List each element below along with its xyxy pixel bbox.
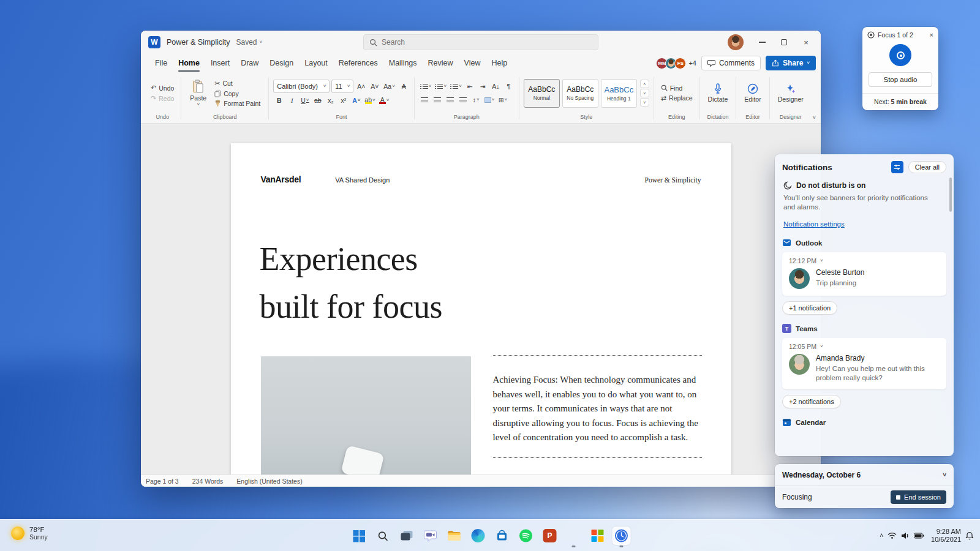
- style-gallery-up-button[interactable]: ˄: [640, 80, 649, 88]
- superscript-button[interactable]: x²: [337, 94, 349, 107]
- collaborator-badge[interactable]: FS: [674, 58, 686, 69]
- italic-button[interactable]: I: [286, 94, 298, 107]
- language-indicator[interactable]: English (United States): [236, 478, 302, 485]
- tab-references[interactable]: References: [333, 54, 383, 72]
- paste-button[interactable]: Paste ˅: [186, 78, 211, 108]
- increase-indent-button[interactable]: ⇥: [477, 80, 489, 92]
- close-icon[interactable]: ×: [930, 31, 933, 39]
- tab-home[interactable]: Home: [173, 54, 205, 72]
- decrease-indent-button[interactable]: ⇤: [464, 80, 476, 92]
- scrollbar-thumb[interactable]: [949, 178, 952, 212]
- powerpoint-button[interactable]: P: [541, 527, 559, 545]
- format-painter-button[interactable]: Format Paint: [212, 99, 263, 108]
- collapse-button[interactable]: ˅: [943, 471, 946, 478]
- designer-button[interactable]: Designer: [774, 82, 807, 104]
- change-case-button[interactable]: Aa˅: [382, 80, 396, 92]
- style-gallery-more-button[interactable]: ˅: [640, 98, 649, 107]
- audio-playing-button[interactable]: [889, 44, 911, 66]
- document-page[interactable]: VanArsdel VA Shared Design Power & Simpl…: [231, 143, 731, 474]
- strikethrough-button[interactable]: ab: [312, 94, 323, 107]
- tray-overflow-button[interactable]: ˄: [880, 533, 883, 539]
- page-indicator[interactable]: Page 1 of 3: [146, 478, 179, 485]
- more-notifications-button[interactable]: +2 notifications: [782, 395, 841, 408]
- search-box[interactable]: [363, 34, 598, 50]
- chat-button[interactable]: [421, 527, 440, 545]
- weather-widget[interactable]: 78°F Sunny: [6, 523, 53, 543]
- close-button[interactable]: ×: [795, 32, 817, 52]
- document-image[interactable]: [261, 356, 471, 474]
- tab-layout[interactable]: Layout: [299, 54, 333, 72]
- bullet-list-button[interactable]: ˅: [419, 80, 433, 92]
- collapse-ribbon-button[interactable]: ˅: [813, 114, 816, 121]
- highlight-button[interactable]: ab˅: [363, 94, 376, 107]
- copy-button[interactable]: Copy: [212, 89, 241, 98]
- underline-button[interactable]: U˅: [299, 94, 311, 107]
- notification-card[interactable]: 12:12 PM ˅ Celeste Burton Trip planning: [782, 252, 946, 296]
- file-explorer-button[interactable]: [445, 527, 464, 545]
- style-gallery-down-button[interactable]: ˅: [640, 89, 649, 97]
- sort-button[interactable]: A↓: [490, 80, 502, 92]
- office-button[interactable]: [589, 527, 607, 545]
- notification-settings-link[interactable]: Notification settings: [783, 220, 845, 228]
- tab-design[interactable]: Design: [264, 54, 299, 72]
- search-input[interactable]: [382, 38, 592, 47]
- start-button[interactable]: [350, 527, 368, 545]
- style-heading-1[interactable]: AaBbCc Heading 1: [601, 79, 637, 108]
- tray-clock[interactable]: 9:28 AM 10/6/2021: [931, 528, 961, 544]
- maximize-button[interactable]: [773, 32, 795, 52]
- font-size-select[interactable]: 11˅: [331, 80, 353, 93]
- style-no-spacing[interactable]: AaBbCc No Spacing: [562, 79, 598, 108]
- comments-button[interactable]: Comments: [701, 56, 761, 70]
- numbered-list-button[interactable]: ˅: [434, 80, 448, 92]
- share-button[interactable]: Share ˅: [766, 56, 816, 70]
- more-notifications-button[interactable]: +1 notification: [782, 301, 837, 315]
- document-canvas[interactable]: VanArsdel VA Shared Design Power & Simpl…: [141, 124, 821, 474]
- dictate-button[interactable]: Dictate: [704, 82, 732, 104]
- taskbar-search-button[interactable]: [374, 527, 392, 545]
- battery-icon[interactable]: [914, 533, 924, 539]
- wifi-icon[interactable]: [888, 532, 897, 539]
- clear-formatting-button[interactable]: A: [398, 80, 410, 92]
- align-left-button[interactable]: [419, 94, 431, 106]
- volume-icon[interactable]: [901, 532, 910, 539]
- more-collaborators[interactable]: +4: [688, 59, 696, 67]
- undo-button[interactable]: ↶Undo: [148, 83, 176, 92]
- align-right-button[interactable]: [445, 94, 456, 106]
- font-color-button[interactable]: A˅: [378, 94, 391, 107]
- style-normal[interactable]: AaBbCc Normal: [524, 79, 560, 108]
- minimize-button[interactable]: [751, 32, 773, 52]
- stop-audio-button[interactable]: Stop audio: [869, 72, 932, 87]
- word-count[interactable]: 234 Words: [192, 478, 224, 485]
- show-formatting-button[interactable]: ¶: [503, 80, 514, 92]
- justify-button[interactable]: [458, 94, 469, 106]
- borders-button[interactable]: ⊞˅: [497, 94, 508, 106]
- subscript-button[interactable]: x₂: [325, 94, 336, 107]
- task-view-button[interactable]: [398, 527, 416, 545]
- shrink-font-button[interactable]: A˅: [369, 80, 380, 92]
- save-status[interactable]: Saved˅: [236, 38, 263, 47]
- bold-button[interactable]: B: [273, 94, 285, 107]
- font-family-select[interactable]: Calibri (Body)˅: [273, 80, 330, 93]
- notification-bell-icon[interactable]: [965, 531, 974, 540]
- cut-button[interactable]: ✂Cut: [212, 79, 235, 88]
- tab-mailings[interactable]: Mailings: [383, 54, 423, 72]
- spotify-button[interactable]: [517, 527, 535, 545]
- tab-review[interactable]: Review: [423, 54, 459, 72]
- chevron-down-icon[interactable]: ˅: [820, 344, 823, 349]
- shading-button[interactable]: ˅: [483, 94, 496, 106]
- tab-insert[interactable]: Insert: [205, 54, 235, 72]
- grow-font-button[interactable]: A˄: [355, 80, 367, 92]
- clock-focus-button[interactable]: [612, 527, 631, 545]
- tab-view[interactable]: View: [459, 54, 486, 72]
- line-spacing-button[interactable]: ↕˅: [470, 94, 482, 106]
- editor-button[interactable]: Editor: [741, 82, 764, 104]
- find-button[interactable]: Find: [658, 84, 685, 92]
- notification-card[interactable]: 12:05 PM ˅ Amanda Brady Hey! Can you hel…: [782, 338, 946, 389]
- edge-button[interactable]: [469, 527, 488, 545]
- tab-draw[interactable]: Draw: [235, 54, 264, 72]
- tab-help[interactable]: Help: [486, 54, 513, 72]
- redo-button[interactable]: ↷Redo: [148, 94, 176, 103]
- clear-all-button[interactable]: Clear all: [908, 161, 946, 173]
- tab-file[interactable]: File: [149, 54, 173, 72]
- notification-settings-icon[interactable]: [891, 161, 903, 173]
